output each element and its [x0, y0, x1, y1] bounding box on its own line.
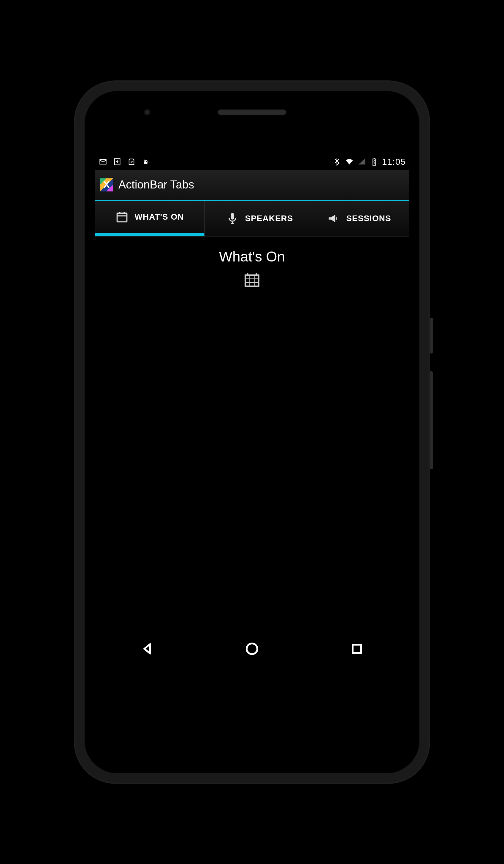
megaphone-icon [326, 211, 341, 226]
content-area: What's On [95, 237, 409, 290]
action-bar: ActionBar Tabs [95, 170, 409, 201]
tab-sessions[interactable]: SESSIONS [314, 201, 404, 236]
tab-whats-on[interactable]: WHAT'S ON [95, 201, 204, 236]
back-button[interactable] [138, 640, 156, 658]
volume-button [430, 371, 433, 469]
signal-icon [357, 157, 367, 167]
svg-point-9 [247, 644, 257, 654]
svg-rect-10 [352, 645, 361, 653]
navigation-bar [95, 626, 409, 671]
earpiece [218, 109, 286, 115]
action-bar-title: ActionBar Tabs [118, 178, 194, 191]
svg-rect-8 [245, 275, 259, 286]
calendar-icon [115, 210, 129, 224]
screen: 11:05 ActionBar Tabs WHAT'S ON [95, 154, 409, 671]
svg-rect-5 [374, 158, 375, 159]
phone-frame: 11:05 ActionBar Tabs WHAT'S ON [74, 81, 430, 784]
battery-charging-icon [370, 157, 379, 167]
task-icon [127, 157, 136, 167]
bluetooth-icon [332, 157, 341, 167]
tab-bar: WHAT'S ON SPEAKERS SESSIONS [95, 201, 409, 237]
svg-rect-1 [144, 160, 147, 164]
app-icon [100, 178, 113, 191]
tab-label: WHAT'S ON [134, 212, 184, 222]
svg-point-3 [146, 161, 147, 161]
download-icon [112, 157, 122, 167]
status-time: 11:05 [382, 157, 406, 167]
power-button [430, 318, 433, 353]
wifi-icon [345, 157, 354, 167]
home-button[interactable] [243, 640, 261, 658]
status-bar: 11:05 [95, 154, 409, 170]
page-title: What's On [95, 249, 409, 265]
recent-apps-button[interactable] [348, 640, 366, 658]
tab-label: SESSIONS [346, 214, 391, 223]
tab-label: SPEAKERS [245, 214, 293, 223]
svg-point-2 [145, 161, 145, 161]
android-icon [141, 157, 151, 167]
mic-icon [225, 211, 240, 226]
calendar-icon [95, 271, 409, 290]
svg-rect-7 [231, 213, 234, 220]
mail-icon [98, 157, 108, 167]
svg-rect-6 [117, 213, 127, 222]
front-camera [144, 109, 151, 116]
tab-speakers[interactable]: SPEAKERS [204, 201, 314, 236]
